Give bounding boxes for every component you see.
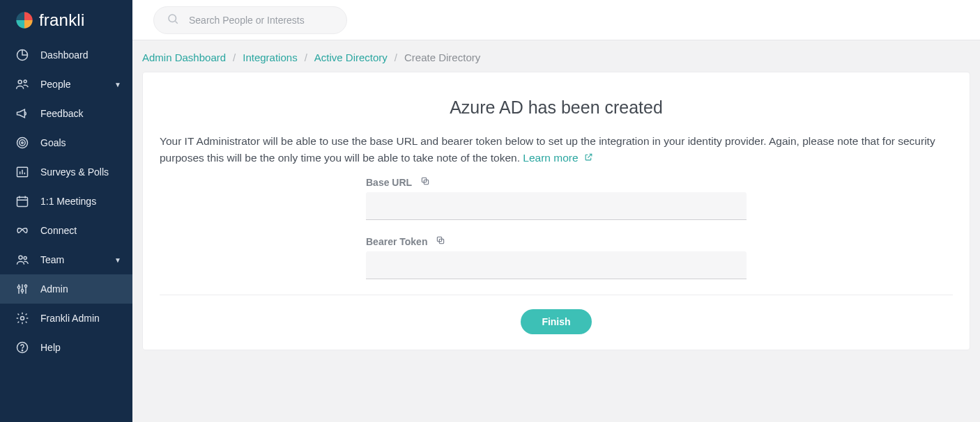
bar-chart-icon: [15, 165, 29, 179]
nav-item-admin[interactable]: Admin: [0, 274, 132, 304]
base-url-label: Base URL: [366, 177, 412, 188]
brand-text: frankli: [39, 10, 84, 30]
svg-point-9: [24, 257, 26, 260]
search-input[interactable]: [189, 15, 337, 26]
main: Admin Dashboard / Integrations / Active …: [132, 0, 980, 422]
breadcrumb-current: Create Directory: [404, 52, 480, 63]
topbar: [132, 0, 980, 40]
nav-label: Frankli Admin: [40, 313, 121, 324]
svg-point-5: [22, 142, 24, 144]
sidebar: frankli Dashboard People ▼: [0, 0, 132, 422]
nav-item-goals[interactable]: Goals: [0, 128, 132, 157]
nav-item-meetings[interactable]: 1:1 Meetings: [0, 187, 132, 216]
copy-base-url-icon[interactable]: [420, 176, 430, 188]
pie-chart-icon: [15, 48, 29, 62]
bearer-token-group: Bearer Token: [366, 235, 747, 279]
nav-item-people[interactable]: People ▼: [0, 70, 132, 99]
chevron-down-icon: ▼: [114, 256, 121, 264]
chevron-down-icon: ▼: [114, 81, 121, 88]
brand: frankli: [0, 0, 132, 40]
card-title: Azure AD has been created: [160, 97, 953, 118]
target-icon: [15, 136, 29, 150]
nav-label: Team: [40, 254, 103, 265]
svg-point-16: [169, 15, 176, 22]
svg-point-15: [22, 350, 22, 351]
calendar-icon: [15, 194, 29, 208]
brand-logo-icon: [15, 11, 33, 29]
breadcrumb-separator: /: [395, 52, 397, 63]
people-icon: [15, 77, 29, 91]
nav-item-feedback[interactable]: Feedback: [0, 99, 132, 128]
learn-more-text: Learn more: [523, 152, 578, 164]
breadcrumb-integrations[interactable]: Integrations: [243, 52, 297, 63]
nav-item-help[interactable]: Help: [0, 333, 132, 362]
card-description: Your IT Administrator will be able to us…: [160, 133, 953, 166]
svg-point-8: [19, 256, 22, 259]
external-link-icon: [584, 153, 593, 162]
svg-point-11: [21, 290, 23, 292]
nav-label: Admin: [40, 283, 121, 295]
learn-more-link[interactable]: Learn more: [523, 152, 593, 164]
nav-label: 1:1 Meetings: [40, 196, 121, 207]
nav-item-surveys[interactable]: Surveys & Polls: [0, 157, 132, 187]
base-url-group: Base URL: [366, 176, 747, 220]
form-block: Base URL Bearer Token: [366, 176, 747, 279]
nav-list: Dashboard People ▼ Feedback: [0, 40, 132, 362]
nav-item-frankli-admin[interactable]: Frankli Admin: [0, 304, 132, 333]
svg-point-10: [17, 286, 20, 288]
copy-bearer-token-icon[interactable]: [436, 235, 445, 247]
nav-item-connect[interactable]: Connect: [0, 216, 132, 245]
breadcrumb-separator: /: [305, 52, 307, 63]
sliders-icon: [15, 282, 29, 296]
svg-point-12: [24, 285, 26, 287]
svg-point-2: [24, 80, 26, 83]
divider: [160, 295, 953, 295]
nav-label: Surveys & Polls: [40, 166, 121, 178]
search-container[interactable]: [153, 6, 347, 34]
svg-point-4: [20, 140, 25, 146]
content: Azure AD has been created Your IT Admini…: [132, 72, 980, 363]
nav-label: Connect: [40, 225, 121, 236]
bearer-token-input[interactable]: [366, 251, 747, 279]
help-icon: [15, 341, 29, 354]
megaphone-icon: [15, 107, 29, 120]
svg-point-1: [18, 80, 22, 84]
nav-label: Dashboard: [40, 49, 121, 61]
nav-item-dashboard[interactable]: Dashboard: [0, 40, 132, 70]
svg-point-3: [17, 138, 28, 148]
nav-item-team[interactable]: Team ▼: [0, 245, 132, 274]
base-url-input[interactable]: [366, 192, 747, 220]
svg-point-13: [21, 317, 24, 320]
nav-label: Goals: [40, 137, 121, 148]
breadcrumb-separator: /: [233, 52, 236, 63]
team-icon: [15, 253, 29, 267]
nav-label: People: [40, 79, 103, 90]
nav-label: Feedback: [40, 108, 121, 119]
azure-ad-card: Azure AD has been created Your IT Admini…: [142, 72, 970, 350]
bearer-token-label: Bearer Token: [366, 236, 427, 247]
nav-label: Help: [40, 342, 121, 353]
breadcrumb: Admin Dashboard / Integrations / Active …: [132, 40, 980, 72]
search-icon: [167, 13, 179, 28]
finish-button[interactable]: Finish: [521, 309, 591, 334]
breadcrumb-admin-dashboard[interactable]: Admin Dashboard: [142, 52, 226, 63]
svg-rect-7: [17, 197, 28, 206]
infinity-icon: [15, 224, 29, 237]
gear-icon: [15, 311, 29, 325]
breadcrumb-active-directory[interactable]: Active Directory: [314, 52, 388, 63]
